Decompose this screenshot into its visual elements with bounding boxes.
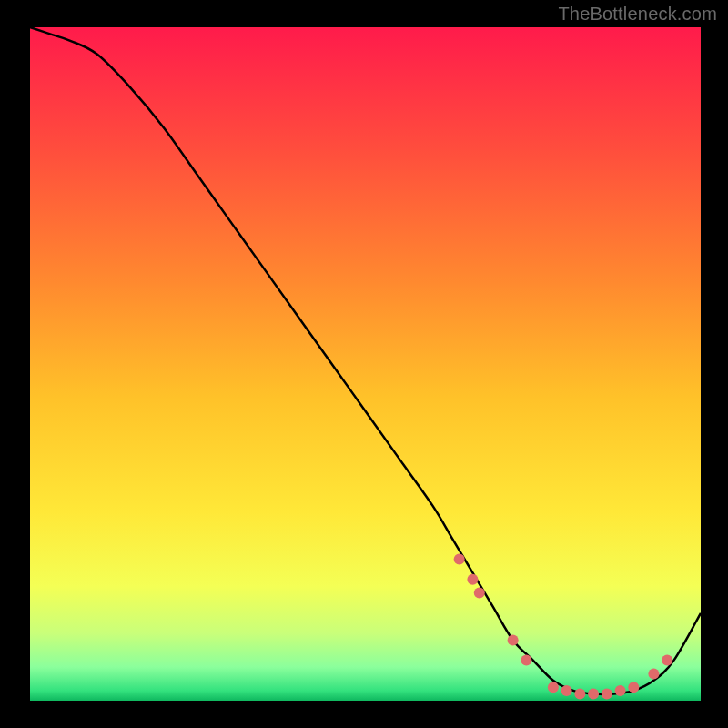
chart-container: TheBottleneck.com — [0, 0, 728, 728]
gradient-background — [30, 27, 701, 701]
marker-dot — [615, 685, 626, 696]
chart-svg — [0, 0, 728, 728]
marker-dot — [648, 668, 659, 679]
marker-dot — [628, 682, 639, 693]
marker-dot — [548, 682, 559, 693]
marker-dot — [588, 689, 599, 700]
marker-dot — [662, 655, 672, 666]
marker-dot — [602, 689, 612, 700]
marker-dot — [508, 634, 519, 645]
watermark-text: TheBottleneck.com — [558, 4, 717, 25]
marker-dot — [467, 574, 478, 585]
marker-dot — [454, 554, 465, 565]
marker-dot — [561, 685, 572, 696]
marker-dot — [574, 689, 585, 700]
marker-dot — [521, 655, 531, 666]
marker-dot — [474, 588, 485, 599]
